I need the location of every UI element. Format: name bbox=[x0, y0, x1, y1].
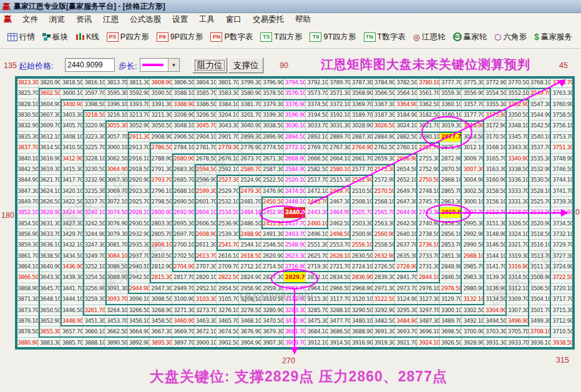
toolbar-item-p-number-table[interactable]: PNP数字表 bbox=[207, 30, 256, 44]
matrix-cell: 2815.30 bbox=[150, 272, 172, 283]
matrix-cell: 3631.30 bbox=[39, 218, 61, 229]
matrix-cell: 3482.50 bbox=[373, 316, 396, 326]
matrix-cell: 3393.70 bbox=[128, 99, 150, 110]
matrix-cell: 2762.50 bbox=[373, 142, 396, 153]
toolbar-item-sectors[interactable]: 板块 bbox=[39, 30, 72, 44]
matrix-cell: 2918.50 bbox=[128, 164, 150, 175]
matrix-cell: 2704.90 bbox=[172, 262, 195, 272]
matrix-cell: 3532.90 bbox=[529, 164, 552, 175]
matrix-cell: 3876.10 bbox=[16, 316, 39, 326]
toolbar-item-gann-wheel[interactable]: ◎江恩轮 bbox=[409, 30, 449, 44]
matrix-cell: 3780.10 bbox=[417, 77, 440, 88]
matrix-cell: 3196.90 bbox=[284, 110, 306, 120]
matrix-cell: 2527.30 bbox=[217, 175, 239, 185]
matrix-cell: 2808.10 bbox=[150, 240, 172, 250]
matrix-cell: 3564.10 bbox=[395, 88, 417, 99]
matrix-cell: 2680.90 bbox=[172, 154, 195, 164]
matrix-cell: 3549.70 bbox=[529, 88, 552, 99]
matrix-cell: 3652.90 bbox=[39, 316, 61, 326]
matrix-cell: 2904.10 bbox=[195, 132, 217, 142]
matrix-cell: 3069.70 bbox=[105, 186, 128, 197]
menu-item-文件[interactable]: 文件 bbox=[17, 14, 44, 25]
menu-item-工具[interactable]: 工具 bbox=[193, 14, 220, 25]
matrix-cell: 3364.90 bbox=[395, 99, 417, 110]
support-button[interactable]: 支撑位 bbox=[228, 57, 263, 73]
matrix-cell: 3441.70 bbox=[61, 283, 83, 294]
matrix-cell: 3079.30 bbox=[105, 229, 128, 240]
matrix-cell: 2599.30 bbox=[195, 186, 217, 197]
matrix-cell: 3321.70 bbox=[507, 240, 529, 250]
matrix-cell: 3736.90 bbox=[551, 207, 574, 218]
matrix-cell: 2517.70 bbox=[306, 175, 328, 185]
matrix-cell: 3480.10 bbox=[351, 316, 373, 326]
resistance-button[interactable]: 阻力位 bbox=[192, 57, 227, 73]
matrix-cell: 3933.70 bbox=[507, 338, 529, 348]
matrix-cell: 3372.10 bbox=[328, 99, 351, 110]
matrix-cell: 2920.90 bbox=[128, 175, 150, 185]
matrix-cell: 2992.90 bbox=[462, 229, 484, 240]
matrix-cell: 3708.10 bbox=[529, 326, 552, 337]
matrix-cell: 3830.50 bbox=[16, 110, 39, 120]
matrix-cell: 2565.70 bbox=[373, 207, 396, 218]
matrix-cell: 3520.90 bbox=[529, 218, 552, 229]
gann-price-square-matrix: 3823.303820.903818.503816.103813.703811.… bbox=[15, 76, 575, 350]
matrix-cell: 3904.90 bbox=[239, 338, 261, 348]
toolbar-item-winner-wheel[interactable]: Bi9赢家轮 bbox=[449, 30, 491, 44]
matrix-cell: 3050.50 bbox=[150, 120, 172, 131]
matrix-cell: 2584.90 bbox=[284, 164, 306, 175]
angle-label-0: 0 bbox=[575, 208, 580, 217]
menu-item-资讯[interactable]: 资讯 bbox=[71, 14, 97, 25]
matrix-cell: 2724.10 bbox=[351, 262, 373, 272]
matrix-cell: 2474.50 bbox=[284, 186, 306, 197]
menu-item-公式选股[interactable]: 公式选股 bbox=[124, 14, 167, 25]
toolbar-item-9p-square[interactable]: P99P四方形 bbox=[153, 30, 207, 44]
matrix-cell: 3919.30 bbox=[373, 338, 396, 348]
matrix-cell: 3511.30 bbox=[529, 262, 552, 272]
9p-square-badge-icon: P9 bbox=[157, 32, 168, 42]
matrix-cell: 3859.30 bbox=[16, 240, 39, 250]
matrix-cell: 2764.90 bbox=[351, 142, 373, 153]
menu-item-浏览[interactable]: 浏览 bbox=[44, 14, 71, 25]
matrix-cell: 3576.10 bbox=[284, 88, 306, 99]
start-price-input[interactable] bbox=[65, 58, 115, 72]
toolbar-item-quotes[interactable]: 行情 bbox=[4, 30, 39, 44]
matrix-cell: 2949.70 bbox=[172, 283, 195, 294]
menu-item-交易委托[interactable]: 交易委托 bbox=[247, 14, 290, 25]
matrix-cell: 3914.50 bbox=[328, 338, 351, 348]
chevron-down-icon[interactable]: ▼ bbox=[168, 59, 179, 71]
toolbar-item-hexagon[interactable]: ⬡六角形 bbox=[491, 30, 530, 44]
app-window: { "window": { "title": "赢家江恩专业版[赢家服务平台] … bbox=[0, 0, 581, 392]
page-title: 江恩矩阵图大盘未来关键位测算预判 bbox=[321, 56, 530, 73]
matrix-cell: 2616.10 bbox=[217, 251, 239, 262]
matrix-cell: 3187.30 bbox=[373, 110, 396, 120]
matrix-cell: 3420.10 bbox=[61, 186, 83, 197]
matrix-cell: 2805.70 bbox=[150, 229, 172, 240]
menu-item-帮助[interactable]: 帮助 bbox=[290, 14, 316, 25]
matrix-cell: 3146.50 bbox=[484, 240, 507, 250]
step-line-style-select[interactable]: ▼ bbox=[140, 58, 180, 72]
matrix-cell: 3636.10 bbox=[39, 240, 61, 250]
toolbar-item-9t-square[interactable]: T99T四方形 bbox=[306, 30, 359, 44]
matrix-cell: 3691.30 bbox=[373, 326, 396, 337]
matrix-cell: 2671.30 bbox=[261, 154, 284, 164]
matrix-cell-key-2877.70: 2877.70 bbox=[440, 132, 462, 142]
matrix-cell: 3513.70 bbox=[529, 251, 552, 262]
matrix-cell: 3052.90 bbox=[128, 120, 150, 131]
matrix-cell: 2673.70 bbox=[239, 154, 261, 164]
menu-item-设置[interactable]: 设置 bbox=[167, 14, 193, 25]
matrix-cell: 3556.90 bbox=[462, 88, 484, 99]
menu-item-窗口[interactable]: 窗口 bbox=[220, 14, 247, 25]
key-levels-caption: 大盘关键位: 支撑2829点 压力2860、2877点 bbox=[150, 367, 447, 386]
matrix-cell: 3124.90 bbox=[395, 294, 417, 305]
menu-item-江恩[interactable]: 江恩 bbox=[97, 14, 124, 25]
toolbar-item-p-square[interactable]: PSP四方形 bbox=[103, 30, 153, 44]
matrix-cell: 3624.10 bbox=[39, 186, 61, 197]
matrix-cell: 3544.90 bbox=[529, 110, 552, 120]
toolbar-item-kline[interactable]: K线 bbox=[72, 30, 103, 44]
toolbar-item-t-square[interactable]: TST四方形 bbox=[256, 30, 306, 44]
matrix-cell: 3664.90 bbox=[128, 326, 150, 337]
toolbar-item-t-number-table[interactable]: TNT数字表 bbox=[360, 30, 409, 44]
matrix-cell: 3818.50 bbox=[61, 77, 83, 88]
toolbar-item-winner-service[interactable]: $赢家服务 bbox=[530, 30, 576, 44]
matrix-cell: 3487.30 bbox=[417, 316, 440, 326]
